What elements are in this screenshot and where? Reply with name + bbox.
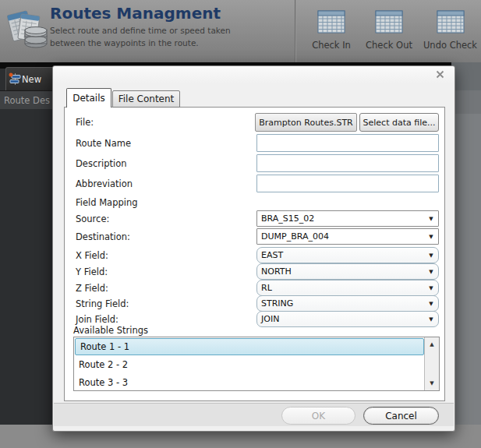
header-separator (295, 0, 296, 62)
chevron-down-icon: ▼ (424, 252, 438, 259)
source-label: Source: (76, 213, 109, 224)
abbreviation-input[interactable] (256, 175, 439, 192)
x-field-label: X Field: (76, 250, 108, 261)
tab-file-content[interactable]: File Content (112, 90, 180, 108)
chevron-down-icon: ▼ (424, 285, 438, 291)
source-value: BRA_S15_02 (257, 213, 424, 224)
destination-label: Destination: (76, 231, 130, 242)
chevron-down-icon: ▼ (424, 316, 438, 323)
join-field-select[interactable]: JOIN ▼ (256, 311, 439, 327)
check-in-button[interactable]: Check In (302, 10, 360, 51)
field-mapping-label: Field Mapping (76, 197, 138, 208)
z-field-select[interactable]: RL ▼ (256, 280, 439, 296)
new-route-icon (9, 72, 22, 89)
abbreviation-label: Abbreviation (76, 178, 133, 189)
string-field-select[interactable]: STRING ▼ (256, 295, 439, 312)
available-strings-rows: Route 1 - 1 Route 2 - 2 Route 3 - 3 (74, 337, 425, 390)
tab-details[interactable]: Details (66, 88, 111, 108)
select-data-file-button[interactable]: Select data file... (359, 113, 439, 132)
string-field-label: String Field: (76, 298, 129, 309)
destination-select[interactable]: DUMP_BRA_004 ▼ (256, 228, 439, 245)
list-item[interactable]: Route 2 - 2 (74, 356, 425, 374)
background-right-panel (451, 62, 481, 425)
string-field-value: STRING (257, 298, 424, 309)
list-item[interactable]: Route 1 - 1 (75, 338, 424, 355)
y-field-label: Y Field: (76, 266, 108, 277)
file-name-box: Brampton Routes.STR (255, 113, 357, 132)
y-field-select[interactable]: NORTH ▼ (256, 263, 439, 280)
x-field-value: EAST (257, 250, 424, 260)
y-field-value: NORTH (257, 266, 424, 277)
table-grid-icon (437, 22, 465, 37)
chevron-down-icon: ▼ (424, 301, 438, 307)
route-name-input[interactable] (256, 134, 439, 152)
undo-check-out-button[interactable]: Undo Check (419, 10, 481, 51)
description-input[interactable] (256, 154, 439, 172)
background-panel-band (451, 62, 481, 90)
scroll-down-icon[interactable]: ▼ (425, 377, 439, 390)
routes-management-icon (6, 6, 50, 55)
check-out-label: Check Out (360, 40, 418, 51)
chevron-down-icon: ▼ (424, 216, 438, 222)
description-label: Description (76, 158, 127, 169)
close-icon[interactable] (434, 69, 446, 79)
file-label: File: (76, 117, 94, 128)
destination-value: DUMP_BRA_004 (257, 231, 424, 242)
available-strings-listbox: Route 1 - 1 Route 2 - 2 Route 3 - 3 ▲ ▼ (73, 337, 440, 391)
table-grid-icon (375, 22, 403, 37)
route-name-label: Route Name (76, 138, 131, 149)
ok-button[interactable]: OK (281, 407, 355, 425)
cancel-button[interactable]: Cancel (363, 407, 439, 425)
listbox-scrollbar[interactable]: ▲ ▼ (424, 337, 439, 390)
background-panel-band (451, 90, 481, 114)
page-subtitle: Select route and define time or speed ta… (50, 25, 259, 50)
table-grid-icon (317, 22, 345, 37)
details-groupbox: File: Brampton Routes.STR Select data fi… (64, 107, 445, 401)
page-title: Routes Managment (50, 4, 221, 23)
z-field-value: RL (257, 283, 424, 293)
app-window: Routes Managment Select route and define… (0, 0, 481, 448)
source-select[interactable]: BRA_S15_02 ▼ (256, 210, 439, 227)
join-field-label: Join Field: (76, 314, 118, 325)
header: Routes Managment Select route and define… (0, 0, 481, 63)
scroll-up-icon[interactable]: ▲ (425, 338, 439, 351)
z-field-label: Z Field: (76, 283, 108, 294)
new-route-tab-label: New (22, 74, 41, 85)
join-field-value: JOIN (257, 314, 424, 324)
x-field-select[interactable]: EAST ▼ (256, 247, 439, 263)
route-details-dialog: Details File Content File: Brampton Rout… (52, 65, 455, 432)
check-in-label: Check In (302, 40, 360, 51)
available-strings-label: Available Strings (73, 325, 148, 336)
check-out-button[interactable]: Check Out (360, 10, 418, 51)
chevron-down-icon: ▼ (424, 234, 438, 240)
chevron-down-icon: ▼ (424, 269, 438, 275)
list-item[interactable]: Route 3 - 3 (74, 374, 425, 390)
undo-check-out-label: Undo Check (419, 40, 481, 51)
